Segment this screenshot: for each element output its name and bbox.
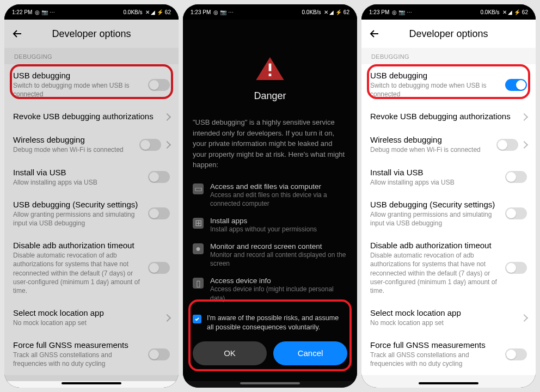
setting-adb-timeout[interactable]: Disable adb authorization timeout Disabl…: [4, 234, 179, 302]
navigation-bar: [4, 381, 179, 388]
status-bar: 1:22 PM ◎ 📷 ⋯ 0.0KB/s ✕ ◢ ⚡ 62: [4, 4, 179, 20]
status-net: 0.0KB/s: [124, 9, 143, 15]
status-bar: 1:23 PM ◎ 📷 ⋯ 0.0KB/s ✕ ◢ ⚡ 62: [361, 4, 536, 20]
setting-mock-location[interactable]: Select mock location app No mock locatio…: [361, 302, 536, 334]
toggle[interactable]: [496, 139, 518, 151]
setting-sub: Switch to debugging mode when USB is con…: [13, 81, 144, 99]
setting-security[interactable]: USB debugging (Security settings) Allow …: [361, 193, 536, 234]
setting-revoke[interactable]: Revoke USB debugging authorizations: [361, 105, 536, 128]
status-time: 1:23 PM: [191, 9, 211, 15]
risk-device: ▯ Access device info Access device info …: [193, 277, 347, 302]
status-net: 0.0KB/s: [481, 9, 500, 15]
section-label: DEBUGGING: [4, 48, 179, 64]
checkbox-checked-icon[interactable]: [193, 315, 201, 323]
dialog-body: "USB debugging" is a highly sensitive se…: [193, 117, 347, 170]
risk-apps: ⊞ Install apps Install apps without your…: [193, 217, 347, 234]
svg-rect-0: [269, 64, 272, 71]
computer-icon: ▭: [193, 183, 204, 194]
setting-wireless[interactable]: Wireless debugging Debug mode when Wi-Fi…: [4, 128, 179, 161]
setting-install-usb[interactable]: Install via USB Allow installing apps vi…: [361, 161, 536, 193]
setting-gnss[interactable]: Force full GNSS measurements Track all G…: [361, 334, 536, 375]
navigation-bar: [183, 381, 357, 388]
usb-debugging-toggle[interactable]: [148, 79, 170, 91]
apps-icon: ⊞: [193, 218, 204, 229]
setting-sub: Switch to debugging mode when USB is con…: [370, 81, 501, 99]
warning-icon: [255, 56, 285, 82]
chevron-right-icon: [163, 141, 171, 149]
page-title: Developer options: [24, 28, 159, 40]
page-title: Developer options: [381, 28, 516, 40]
setting-security[interactable]: USB debugging (Security settings) Allow …: [4, 193, 179, 234]
status-time: 1:23 PM: [369, 9, 389, 15]
toggle[interactable]: [505, 207, 527, 219]
back-icon[interactable]: [11, 27, 24, 40]
toggle[interactable]: [148, 262, 170, 274]
setting-usb-debugging[interactable]: USB debugging Switch to debugging mode w…: [361, 64, 536, 105]
chevron-right-icon: [163, 314, 171, 322]
setting-gnss[interactable]: Force full GNSS measurements Track all G…: [4, 334, 179, 375]
phone-screenshot-3: 1:23 PM ◎ 📷 ⋯ 0.0KB/s ✕ ◢ ⚡ 62 Developer…: [361, 4, 536, 388]
agree-text: I'm aware of the possible risks, and ass…: [207, 314, 347, 333]
ok-button[interactable]: OK: [193, 341, 267, 365]
toggle[interactable]: [505, 262, 527, 274]
status-icons-right: ✕ ◢ ⚡ 62: [145, 9, 171, 15]
camera-icon: ●: [193, 243, 204, 254]
toggle[interactable]: [148, 171, 170, 183]
dialog-title: Danger: [193, 90, 347, 102]
toggle[interactable]: [139, 139, 161, 151]
status-icons-left: ◎ 📷 ⋯: [35, 9, 55, 15]
danger-dialog: Danger "USB debugging" is a highly sensi…: [183, 20, 357, 381]
page-header: Developer options: [361, 20, 536, 48]
status-icons-left: ◎ 📷 ⋯: [213, 9, 234, 15]
toggle[interactable]: [505, 171, 527, 183]
agree-checkbox-row[interactable]: I'm aware of the possible risks, and ass…: [193, 314, 347, 333]
phone-screenshot-1: 1:22 PM ◎ 📷 ⋯ 0.0KB/s ✕ ◢ ⚡ 62 Developer…: [4, 4, 179, 388]
back-icon[interactable]: [368, 27, 381, 40]
phone-screenshot-2: 1:23 PM ◎ 📷 ⋯ 0.0KB/s ✕ ◢ ⚡ 62 Danger "U…: [183, 4, 357, 388]
toggle[interactable]: [148, 207, 170, 219]
risk-files: ▭ Access and edit files via computer Acc…: [193, 182, 347, 208]
setting-usb-debugging[interactable]: USB debugging Switch to debugging mode w…: [4, 64, 179, 105]
chevron-right-icon: [520, 141, 528, 149]
setting-title: USB debugging: [13, 71, 144, 80]
risk-screen: ● Monitor and record screen content Moni…: [193, 242, 347, 268]
setting-wireless[interactable]: Wireless debugging Debug mode when Wi-Fi…: [361, 128, 536, 161]
cancel-button[interactable]: Cancel: [273, 341, 347, 365]
setting-adb-timeout[interactable]: Disable adb authorization timeout Disabl…: [361, 234, 536, 302]
phone-icon: ▯: [193, 278, 204, 289]
status-time: 1:22 PM: [12, 9, 32, 15]
setting-revoke[interactable]: Revoke USB debugging authorizations: [4, 105, 179, 128]
status-icons-right: ✕ ◢ ⚡ 62: [502, 9, 528, 15]
status-net: 0.0KB/s: [302, 9, 321, 15]
setting-install-usb[interactable]: Install via USB Allow installing apps vi…: [4, 161, 179, 193]
status-bar: 1:23 PM ◎ 📷 ⋯ 0.0KB/s ✕ ◢ ⚡ 62: [183, 4, 357, 20]
page-header: Developer options: [4, 20, 179, 48]
toggle[interactable]: [148, 348, 170, 360]
status-icons-left: ◎ 📷 ⋯: [392, 9, 412, 15]
setting-title: USB debugging: [370, 71, 501, 80]
setting-mock-location[interactable]: Select mock location app No mock locatio…: [4, 302, 179, 334]
svg-rect-1: [269, 74, 272, 76]
toggle[interactable]: [505, 348, 527, 360]
chevron-right-icon: [163, 113, 171, 121]
chevron-right-icon: [520, 314, 528, 322]
chevron-right-icon: [520, 113, 528, 121]
status-icons-right: ✕ ◢ ⚡ 62: [324, 9, 349, 15]
navigation-bar: [361, 381, 536, 388]
section-label: DEBUGGING: [361, 48, 536, 64]
usb-debugging-toggle[interactable]: [505, 79, 527, 91]
